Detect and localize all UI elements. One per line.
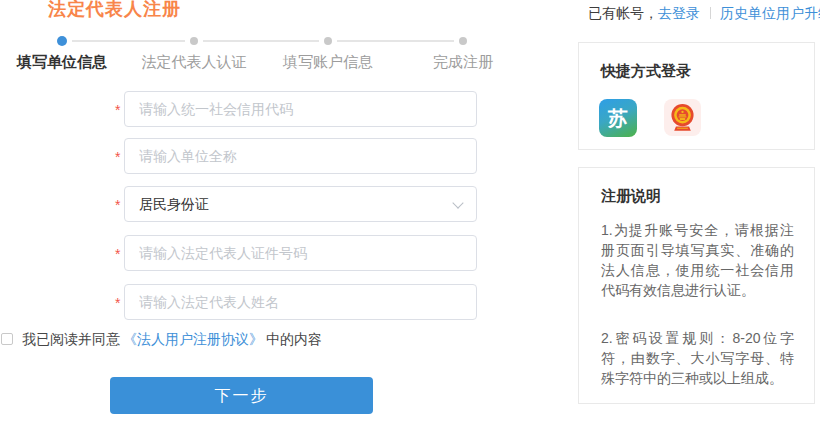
cert-type-selected-value: 居民身份证	[139, 196, 209, 212]
credit-code-input[interactable]	[124, 91, 477, 127]
page-title: 法定代表人注册	[48, 0, 181, 20]
required-asterisk: *	[115, 187, 120, 223]
note-item-1: 1.为提升账号安全，请根据注册页面引导填写真实、准确的法人信息，使用统一社会信用…	[601, 220, 794, 300]
rep-name-input[interactable]	[124, 284, 477, 320]
note-item-2: 2.密码设置规则：8-20位字符，由数字、大小写字母、特殊字符中的三种或以上组成…	[601, 328, 794, 388]
history-upgrade-link[interactable]: 历史单位用户升级	[720, 5, 820, 21]
step-dot-4	[459, 37, 467, 45]
agreement-row: 我已阅读并同意《法人用户注册协议》中的内容	[0, 331, 480, 349]
header-links: 已有帐号，去登录历史单位用户升级	[588, 5, 820, 22]
step-dot-3	[324, 37, 332, 45]
su-service-app-icon[interactable]: 苏	[599, 99, 637, 137]
step-dot-2	[190, 37, 198, 45]
national-emblem-icon[interactable]	[664, 99, 701, 136]
unit-name-input[interactable]	[124, 138, 477, 174]
notes-title: 注册说明	[601, 187, 661, 206]
step-connector	[337, 40, 454, 42]
field-row-rep-name: 法定代表人姓名 *	[0, 284, 480, 320]
national-emblem-graphic	[669, 103, 696, 133]
registration-notes-panel: 注册说明 1.为提升账号安全，请根据注册页面引导填写真实、准确的法人信息，使用统…	[578, 167, 815, 404]
field-row-credit-code: 统一社会信用代码 *	[0, 91, 480, 127]
required-asterisk: *	[115, 139, 120, 175]
have-account-text: 已有帐号，	[588, 5, 658, 21]
agreement-suffix: 中的内容	[266, 331, 322, 347]
go-login-link[interactable]: 去登录	[658, 5, 700, 21]
links-divider	[710, 7, 711, 19]
next-step-button[interactable]: 下一步	[110, 377, 373, 414]
chevron-down-icon	[452, 197, 463, 208]
required-asterisk: *	[115, 285, 120, 321]
agreement-checkbox[interactable]	[1, 333, 13, 345]
step-dot-1	[57, 36, 67, 46]
cert-type-select[interactable]: 居民身份证	[124, 186, 477, 222]
quick-login-panel: 快捷方式登录 苏	[578, 42, 815, 150]
step-connector	[203, 40, 319, 42]
agreement-link[interactable]: 《法人用户注册协议》	[123, 331, 263, 347]
quick-login-icons: 苏	[599, 99, 701, 137]
step-label-4: 完成注册	[383, 53, 543, 72]
field-row-unit-name: 单位全称 *	[0, 138, 480, 174]
field-row-cert-number: 法定代表人证件号码 *	[0, 235, 480, 271]
agreement-prefix: 我已阅读并同意	[22, 331, 120, 347]
cert-number-input[interactable]	[124, 235, 477, 271]
required-asterisk: *	[115, 236, 120, 272]
step-connector	[72, 40, 185, 42]
agreement-text: 我已阅读并同意《法人用户注册协议》中的内容	[22, 331, 322, 348]
required-asterisk: *	[115, 92, 120, 128]
registration-page: 法定代表人注册 填写单位信息 法定代表人认证 填写账户信息 完成注册 统一社会信…	[0, 0, 820, 442]
quick-login-title: 快捷方式登录	[601, 62, 691, 81]
field-row-cert-type: 法定代表人证件类型 * 居民身份证	[0, 186, 480, 222]
